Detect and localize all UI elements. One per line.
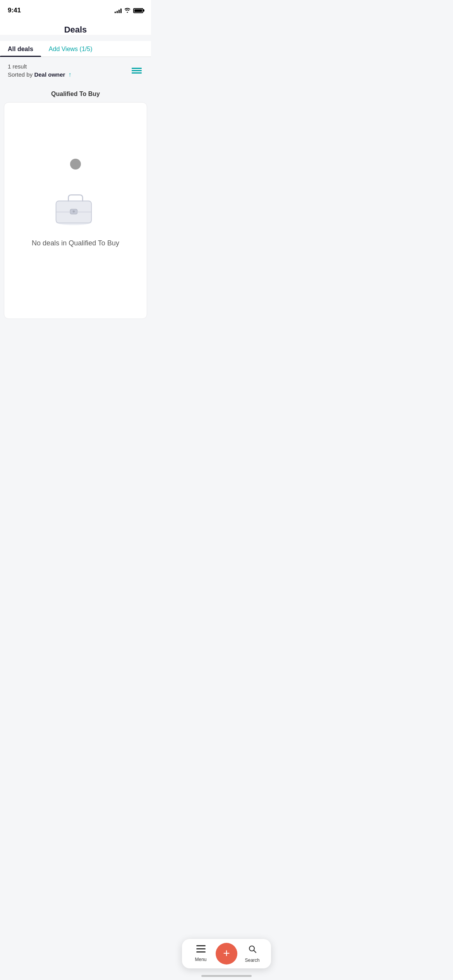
list-view-button[interactable] [130,66,143,75]
page-title: Deals [8,25,143,35]
header: Deals [0,19,151,35]
wifi-icon [124,7,131,14]
status-time: 9:41 [8,7,21,14]
status-icons [115,7,143,14]
stage-label: Qualified To Buy [4,84,147,102]
result-count: 1 result [8,63,27,70]
sort-direction-icon: ↑ [69,71,72,78]
status-bar: 9:41 [0,0,151,19]
deal-card-empty: No deals in Qualified To Buy [4,102,147,319]
results-text: 1 result Sorted by Deal owner ↑ [8,62,72,79]
tab-add-views[interactable]: Add Views (1/5) [41,41,100,57]
signal-icon [115,8,122,13]
card-dot [70,159,81,170]
svg-point-3 [73,211,75,213]
results-bar: 1 result Sorted by Deal owner ↑ [0,57,151,84]
empty-state-message: No deals in Qualified To Buy [32,239,119,247]
tab-all-deals[interactable]: All deals [0,41,41,57]
sort-field: Deal owner [34,71,65,78]
battery-icon [133,8,143,13]
sort-label: Sorted by [8,71,34,78]
content-area: Qualified To Buy No deals in Qualified T… [0,84,151,325]
tabs-container: All deals Add Views (1/5) [0,41,151,57]
briefcase-illustration [50,185,101,228]
